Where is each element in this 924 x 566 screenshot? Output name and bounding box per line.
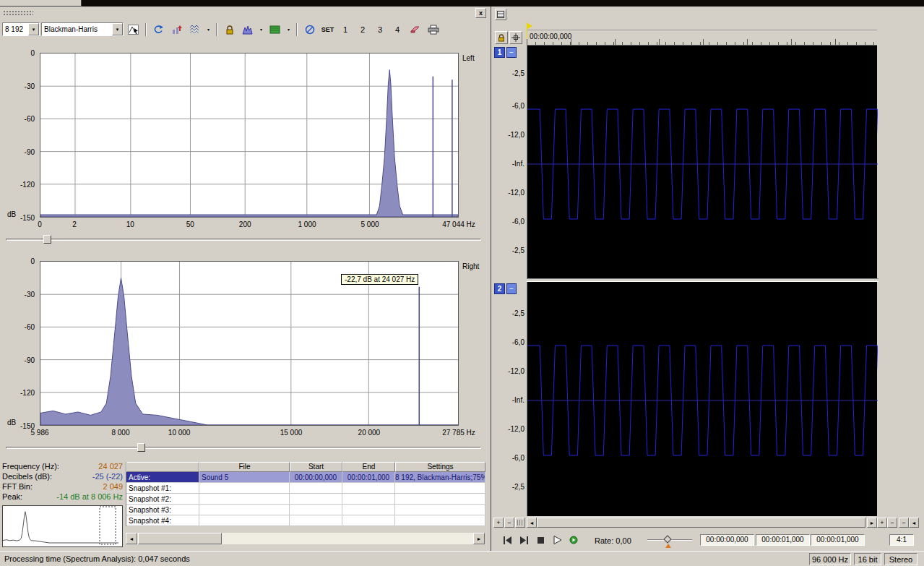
print-button[interactable]: [425, 22, 441, 38]
status-processing-text: Processing time (Spectrum Analysis): 0,0…: [4, 554, 190, 563]
refresh-button[interactable]: [150, 22, 167, 38]
row-label: Active:: [126, 472, 199, 483]
table-row-snapshot-4[interactable]: Snapshot #4:: [126, 515, 485, 526]
level-scroll-arrow[interactable]: ◄: [909, 518, 919, 528]
chevron-down-icon[interactable]: ▼: [28, 23, 39, 35]
waveform-display[interactable]: [527, 46, 877, 516]
sonogram-dropdown[interactable]: ▾: [285, 22, 293, 38]
edit-tool-button[interactable]: [509, 31, 522, 44]
db-tick-label: -120: [20, 389, 35, 397]
channel-divider[interactable]: [527, 278, 878, 282]
slider-track[interactable]: [6, 447, 481, 449]
row-settings: [395, 505, 485, 515]
go-to-start-button[interactable]: [499, 533, 515, 546]
selection-length-display[interactable]: 00:00:01,000: [811, 534, 865, 546]
freq-tick-label: 10: [126, 220, 134, 228]
time-scrollbar-thumb[interactable]: [537, 518, 865, 528]
play-device-button[interactable]: [566, 533, 582, 546]
show-position-button[interactable]: [125, 22, 142, 38]
db-tick-label: -60: [25, 115, 35, 123]
time-ruler[interactable]: 00:00:00,000: [527, 30, 877, 46]
snapshot-slot-3-button[interactable]: 3: [372, 22, 388, 38]
zoom-time-in-button[interactable]: +: [493, 518, 504, 528]
db-tick-label: -120: [20, 181, 35, 189]
cursor-marker-flag[interactable]: [527, 23, 532, 29]
window-menu-button[interactable]: [495, 9, 506, 20]
disable-snapshots-button[interactable]: [301, 22, 318, 38]
bit-depth-panel[interactable]: 16 bit: [854, 553, 881, 565]
spectrum-titlebar[interactable]: x: [0, 7, 491, 20]
table-row-snapshot-3[interactable]: Snapshot #3:: [126, 505, 485, 515]
channel-2-collapse-button[interactable]: −: [506, 283, 517, 294]
stat-label: Decibels (dB):: [2, 472, 52, 482]
fft-size-combo[interactable]: 8 192 ▼: [2, 22, 40, 36]
go-to-end-button[interactable]: [516, 533, 532, 546]
fft-bin-readout: FFT Bin: 2 049: [2, 482, 123, 492]
cursor-time-display[interactable]: 00:00:00,000: [700, 534, 754, 546]
play-button[interactable]: [549, 533, 565, 546]
set-snapshot-button[interactable]: SET: [319, 22, 336, 38]
close-button[interactable]: x: [475, 8, 486, 18]
update-graph-button[interactable]: [168, 22, 185, 38]
row-file: Sound 5: [199, 472, 290, 483]
scroll-left-arrow[interactable]: ◄: [527, 518, 537, 528]
level-ruler-gutter[interactable]: 1 − 2 − -2,5-6,0-12,0-Inf.-12,0-6,0-2,5-…: [492, 46, 527, 516]
channel-1-button[interactable]: 1: [494, 47, 505, 58]
waterfall-options-dropdown[interactable]: ▾: [204, 22, 212, 38]
rate-fader[interactable]: [647, 533, 692, 548]
table-row-snapshot-1[interactable]: Snapshot #1:: [126, 483, 485, 494]
level-tick-label: -Inf.: [512, 396, 524, 404]
snapshot-slot-2-button[interactable]: 2: [355, 22, 371, 38]
channel-1-collapse-button[interactable]: −: [506, 47, 517, 58]
scrollbar-thumb[interactable]: [138, 533, 222, 544]
spectrum-plot-right[interactable]: [40, 261, 459, 426]
slider-thumb[interactable]: [137, 443, 145, 452]
zoom-level-out-button[interactable]: −: [899, 518, 909, 528]
table-row-active[interactable]: Active: Sound 5 00:00:00,000 00:00:01,00…: [126, 472, 485, 483]
waveform-body: 1 − 2 − -2,5-6,0-12,0-Inf.-12,0-6,0-2,5-…: [492, 46, 924, 516]
scroll-right-arrow[interactable]: ►: [867, 518, 877, 528]
sonogram-mode-button[interactable]: [267, 22, 283, 38]
fader-thumb[interactable]: [663, 535, 671, 543]
marker-bar[interactable]: [527, 22, 877, 30]
table-scrollbar[interactable]: ◄ ►: [126, 533, 485, 544]
window-type-combo[interactable]: Blackman-Harris ▼: [41, 22, 124, 36]
channel-mode-panel[interactable]: Stereo: [884, 553, 917, 565]
zoom-time-out-button[interactable]: −: [504, 518, 514, 528]
freq-scroll-slider-left[interactable]: [0, 233, 491, 245]
stop-button[interactable]: [532, 533, 548, 546]
line-graph-mode-button[interactable]: [239, 22, 256, 38]
scrollbar-grip[interactable]: [515, 518, 525, 528]
selection-end-display[interactable]: 00:00:01,000: [756, 534, 810, 546]
slider-track[interactable]: [6, 239, 481, 241]
waterfall-mode-button[interactable]: [186, 22, 203, 38]
overview-thumbnail[interactable]: [2, 505, 123, 547]
scroll-left-arrow[interactable]: ◄: [126, 533, 137, 544]
zoom-ratio-display[interactable]: 4:1: [889, 534, 914, 546]
zoom-out-button[interactable]: −: [887, 518, 897, 528]
lock-cursor-button[interactable]: [495, 31, 508, 44]
titlebar-grip[interactable]: [3, 10, 33, 16]
circle-slash-icon: [305, 25, 315, 35]
lock-button[interactable]: [221, 22, 238, 38]
channel-2-button[interactable]: 2: [494, 283, 505, 294]
chevron-down-icon[interactable]: ▼: [112, 23, 123, 35]
freq-scroll-slider-right[interactable]: [0, 442, 491, 453]
stat-value: 2 049: [103, 482, 123, 492]
snapshot-slot-1-button[interactable]: 1: [337, 22, 353, 38]
fader-center-marker: [665, 544, 671, 548]
snapshot-slot-4-button[interactable]: 4: [389, 22, 405, 38]
table-row-snapshot-2[interactable]: Snapshot #2:: [126, 494, 485, 505]
row-start: [290, 483, 342, 494]
sample-rate-panel[interactable]: 96 000 Hz: [809, 553, 851, 565]
slider-thumb[interactable]: [43, 235, 51, 244]
level-tick-label: -6,0: [512, 218, 524, 226]
freq-tick-label: 20 000: [358, 429, 381, 437]
spectrum-plot-left[interactable]: [40, 53, 459, 218]
scroll-right-arrow[interactable]: ►: [473, 533, 485, 544]
background-window-fragment: [0, 0, 82, 7]
line-graph-dropdown[interactable]: ▾: [257, 22, 265, 38]
erase-snapshot-button[interactable]: [407, 22, 423, 38]
peak-readout: Peak: -14 dB at 8 006 Hz: [2, 492, 123, 502]
zoom-in-button[interactable]: +: [877, 518, 887, 528]
